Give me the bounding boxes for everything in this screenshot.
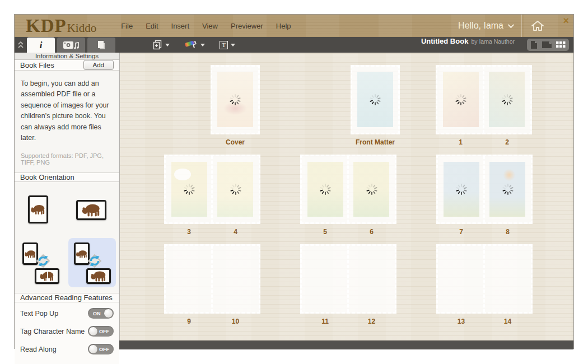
dropdown-arrow-icon [165,44,170,46]
loading-spinner-icon [366,183,378,195]
collapse-panel-button[interactable] [15,37,27,53]
loading-spinner-icon [183,183,195,195]
text-pop-up-toggle[interactable]: ON [88,308,114,319]
page-label: 6 [348,228,395,236]
tab-pages[interactable] [87,38,115,53]
page-thumb-spread-13-14[interactable]: 13 14 [436,244,533,314]
orientation-landscape-option[interactable] [68,186,116,236]
page-label: 8 [484,228,531,236]
page-thumb-spread-3-4[interactable]: 3 4 [164,155,260,224]
menu-help[interactable]: Help [276,22,291,30]
grid-icon [556,41,566,48]
orientation-options [15,182,119,293]
advanced-features-header: Advanced Reading Features [15,293,119,302]
menu-insert[interactable]: Insert [171,22,190,30]
rotate-icon [34,251,53,270]
page-thumb-spread-9-10[interactable]: 9 10 [164,244,260,314]
toggle-row-read-along: Read Along OFF [20,344,114,354]
page-label: 9 [166,318,212,325]
text-pop-up-label: Text Pop Up [20,310,58,318]
text-tool-icon: T [220,41,228,49]
kdp-kiddo-logo: KDP Kiddo [26,15,96,36]
loading-spinner-icon [502,183,514,195]
home-button[interactable] [531,20,544,32]
logo-kdp-text: KDP [26,15,67,36]
orientation-portrait-option[interactable] [18,186,66,236]
read-along-label: Read Along [20,346,57,353]
spread-divider [483,66,484,133]
loading-spinner-icon [230,183,242,195]
book-files-body: To begin, you can add an assembled PDF f… [15,71,119,173]
page-thumb-spread-5-6[interactable]: 5 6 [300,155,396,224]
orientation-header: Book Orientation [15,173,119,182]
spread-view-button[interactable] [542,41,552,49]
app-header: KDP Kiddo File Edit Insert View Previewe… [15,15,573,37]
page-label: 3 [166,228,212,236]
page-label: 7 [438,228,484,236]
home-icon [531,20,544,32]
landscape-page-icon [542,41,552,49]
page-label: 4 [212,228,259,236]
loading-spinner-icon [501,94,514,106]
loading-spinner-icon [455,94,467,106]
toggle-state-text: OFF [99,329,109,334]
spread-divider [483,156,485,223]
book-title-block: Untitled Book by Iama Nauthor [421,37,515,53]
portrait-tablet-icon [28,195,48,223]
orientation-rotate-single-option-selected[interactable] [68,238,116,287]
page-label: 5 [302,228,348,236]
header-divider [521,15,522,37]
advanced-features-title: Advanced Reading Features [20,293,113,302]
toggle-state-text: OFF [99,347,109,352]
orientation-rotate-spread-option[interactable] [18,238,66,287]
page-label: 2 [484,138,530,146]
book-files-description: To begin, you can add an assembled PDF f… [21,78,113,143]
page-thumb-spread-7-8[interactable]: 7 8 [436,155,533,224]
add-page-dropdown[interactable] [152,40,170,50]
paint-roller-icon [184,40,198,50]
page-thumb-front-matter[interactable]: Front Matter [351,65,400,134]
toolbar: i [15,37,573,53]
grid-view-button[interactable] [556,41,566,48]
read-along-toggle[interactable]: OFF [88,344,114,354]
page-label: Cover [212,138,258,146]
rotate-icon [85,251,104,270]
spread-divider [347,156,349,223]
menu-edit[interactable]: Edit [146,22,158,30]
toggle-row-text-pop-up: Text Pop Up ON [20,308,114,319]
logo-kiddo-text: Kiddo [67,21,97,35]
menu-previewer[interactable]: Previewer [231,22,263,30]
add-file-button[interactable]: Add [83,60,114,70]
pages-icon [96,40,106,50]
book-title: Untitled Book [421,37,469,45]
info-icon: i [40,40,43,51]
single-page-view-button[interactable] [530,40,538,49]
greeting-label: Hello, Iama [458,21,503,31]
background-paint-dropdown[interactable] [184,40,205,50]
user-greeting-dropdown[interactable]: Hello, Iama [458,21,512,31]
tab-information[interactable]: i [27,38,55,53]
dropdown-arrow-icon [231,44,235,46]
tag-character-name-toggle[interactable]: OFF [88,326,114,337]
spread-divider [211,245,213,312]
toggle-state-text: ON [93,311,101,316]
page-thumb-cover[interactable]: Cover [211,65,260,134]
spread-divider [211,156,213,223]
landscape-tablet-icon [76,200,106,220]
dropdown-arrow-icon [200,44,205,46]
landscape-tablet-icon [86,268,111,284]
menu-view[interactable]: View [202,22,218,30]
page-grid-board: Cover Front Matter 1 2 [120,53,573,340]
sidebar: Information & Settings Book Files Add To… [15,53,120,340]
loading-spinner-icon [455,183,468,195]
page-label: Front Matter [352,138,398,146]
menubar: File Edit Insert View Previewer Help [121,22,291,30]
menu-file[interactable]: File [121,22,133,30]
page-thumb-spread-1-2[interactable]: 1 2 [436,65,532,134]
page-thumb-spread-11-12[interactable]: 11 12 [300,244,396,314]
tab-media-library[interactable] [57,38,85,53]
page-label: 13 [438,318,484,325]
toggle-knob [104,309,113,318]
text-tool-dropdown[interactable]: T [220,41,235,49]
close-button[interactable]: × [563,16,569,26]
